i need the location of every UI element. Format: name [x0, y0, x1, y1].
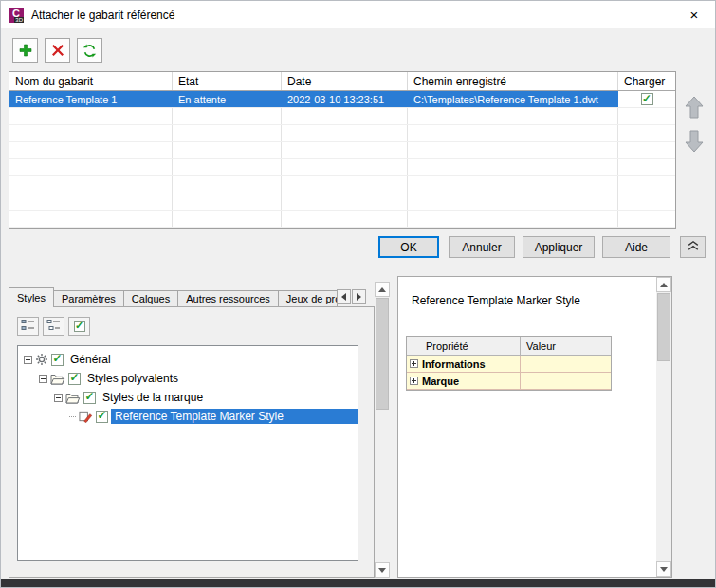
column-header-value: Valeur [521, 337, 611, 356]
add-template-button[interactable] [12, 38, 38, 63]
arrow-down-icon [685, 130, 704, 156]
tab-calques[interactable]: Calques [124, 290, 178, 307]
expand-icon[interactable] [410, 377, 418, 385]
cell-template-state: En attente [173, 91, 282, 107]
collapse-icon[interactable] [24, 356, 32, 364]
styles-tree: ✓ Général ✓ Styles polyvalents [17, 345, 358, 561]
refresh-icon [83, 44, 97, 58]
triangle-up-icon [378, 287, 386, 292]
delete-icon [52, 45, 64, 56]
ok-button[interactable]: OK [378, 236, 439, 258]
scroll-up-button[interactable] [375, 282, 390, 297]
marker-style-icon [79, 410, 93, 423]
check-all-icon: ✓ [74, 321, 85, 332]
scroll-down-button[interactable] [375, 562, 390, 578]
load-checkbox[interactable]: ✓ [641, 93, 653, 105]
tree-item-styles-de-la-marque[interactable]: ✓ Styles de la marque [18, 388, 358, 407]
move-up-button[interactable] [680, 94, 708, 122]
column-header-name[interactable]: Nom du gabarit [9, 72, 173, 90]
column-header-path[interactable]: Chemin enregistré [408, 72, 618, 90]
tree-item-reference-template-marker-style[interactable]: ✓ Reference Template Marker Style [18, 407, 358, 426]
cell-load-checkbox: ✓ [618, 91, 675, 107]
empty-table-row[interactable] [9, 159, 675, 176]
tab-jeux-de-proprietes[interactable]: Jeux de pro [279, 290, 338, 307]
tab-scroll-buttons [337, 289, 366, 304]
scrollbar-thumb[interactable] [657, 293, 670, 361]
gear-icon [35, 353, 48, 366]
tab-autres-ressources[interactable]: Autres ressources [178, 290, 279, 307]
empty-table-row[interactable] [9, 211, 675, 228]
attach-reference-template-dialog: C 3D Attacher le gabarit référencé × [0, 0, 716, 588]
tree-item-checkbox[interactable]: ✓ [83, 392, 96, 404]
tree-item-checkbox[interactable]: ✓ [68, 373, 81, 385]
expand-icon[interactable] [410, 359, 418, 368]
property-row-informations[interactable]: Informations [407, 356, 611, 373]
tree-item-checkbox[interactable]: ✓ [51, 354, 64, 366]
cell-template-path: C:\Templates\Reference Template 1.dwt [408, 91, 618, 107]
styles-panel: Styles Paramètres Calques Autres ressour… [9, 276, 390, 578]
collapse-panel-button[interactable] [680, 236, 706, 258]
empty-table-row[interactable] [9, 125, 675, 142]
tab-scroll-left-button[interactable] [337, 289, 351, 304]
triangle-down-icon [660, 567, 668, 572]
property-grid: Propriété Valeur Informations Marque [406, 336, 612, 391]
tab-parametres[interactable]: Paramètres [54, 290, 124, 307]
tab-scroll-right-button[interactable] [352, 289, 366, 304]
column-header-load[interactable]: Charger [618, 72, 675, 90]
flat-list-view-icon [46, 319, 61, 335]
column-header-state[interactable]: Etat [173, 72, 282, 90]
empty-table-row[interactable] [9, 176, 675, 193]
folder-icon [65, 392, 81, 404]
help-button[interactable]: Aide [602, 236, 670, 258]
tree-item-general[interactable]: ✓ Général [18, 350, 358, 369]
window-title: Attacher le gabarit référencé [31, 9, 174, 22]
property-grid-header: Propriété Valeur [407, 337, 611, 356]
list-view-toggle-button[interactable] [43, 317, 64, 336]
property-name: Informations [422, 358, 486, 370]
empty-table-row[interactable] [9, 108, 675, 125]
scroll-up-button[interactable] [656, 277, 671, 292]
tree-item-checkbox[interactable]: ✓ [96, 411, 108, 423]
tree-item-styles-polyvalents[interactable]: ✓ Styles polyvalents [18, 369, 358, 388]
styles-mini-toolbar: ✓ [17, 317, 90, 336]
property-row-marque[interactable]: Marque [407, 373, 611, 390]
table-row[interactable]: Reference Template 1 En attente 2022-03-… [9, 91, 675, 108]
triangle-left-icon [341, 293, 346, 301]
apply-button[interactable]: Appliquer [523, 236, 595, 258]
add-icon [19, 44, 32, 57]
close-button[interactable]: × [677, 1, 711, 28]
triangle-up-icon [660, 283, 668, 287]
folder-icon [50, 373, 65, 385]
check-icon: ✓ [642, 94, 652, 103]
empty-table-row[interactable] [9, 142, 675, 159]
detail-panel-title: Reference Template Marker Style [412, 294, 580, 307]
property-name: Marque [422, 376, 459, 387]
tree-view-toggle-button[interactable] [17, 317, 39, 336]
refresh-template-button[interactable] [77, 38, 102, 63]
tree-item-label: Général [66, 352, 115, 367]
cell-template-name: Reference Template 1 [9, 91, 173, 107]
tree-item-label: Styles polyvalents [83, 371, 182, 386]
cancel-button[interactable]: Annuler [449, 236, 515, 258]
template-table: Nom du gabarit Etat Date Chemin enregist… [9, 71, 676, 229]
scrollbar-thumb[interactable] [376, 298, 389, 410]
move-down-button[interactable] [680, 128, 708, 156]
right-panel-scrollbar[interactable] [656, 277, 671, 577]
empty-table-row[interactable] [9, 193, 675, 211]
arrow-up-icon [685, 96, 704, 121]
collapse-icon[interactable] [39, 375, 47, 383]
cell-template-date: 2022-03-10 13:23:51 [282, 91, 408, 107]
civil3d-app-icon: C 3D [9, 8, 24, 23]
tree-item-label: Styles de la marque [99, 390, 207, 405]
property-value [521, 373, 611, 390]
scroll-down-button[interactable] [656, 561, 671, 577]
collapse-icon[interactable] [54, 394, 63, 402]
column-header-date[interactable]: Date [282, 72, 408, 90]
check-all-button[interactable]: ✓ [68, 317, 90, 336]
delete-template-button[interactable] [45, 38, 70, 63]
tab-styles[interactable]: Styles [9, 287, 54, 307]
tree-connector [69, 416, 76, 417]
left-panel-scrollbar[interactable] [375, 282, 390, 578]
template-toolbar [12, 38, 102, 63]
triangle-down-icon [378, 568, 386, 573]
